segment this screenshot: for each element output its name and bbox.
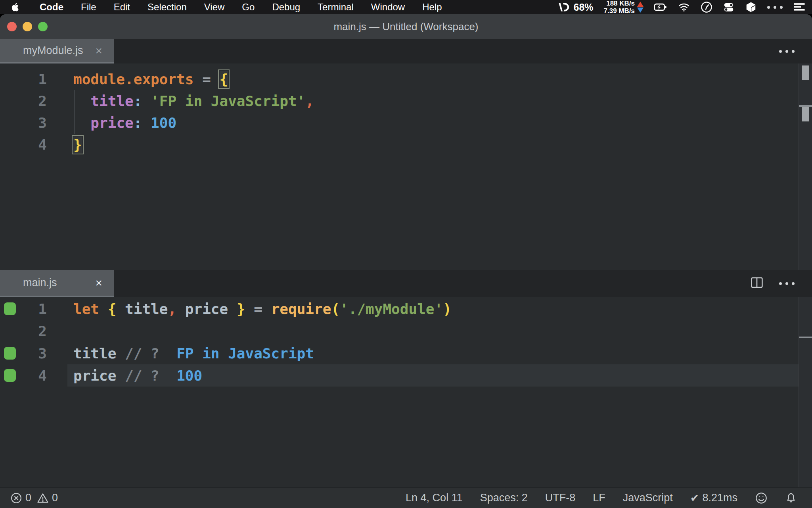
line-number: 1 [0,298,47,320]
clock-icon[interactable] [701,1,712,13]
code-token: // ? [125,345,159,362]
menu-item-code[interactable]: Code [31,2,72,13]
code-token: title [73,345,116,362]
editor-actions-more-icon[interactable] [779,282,795,285]
net-upload-label: 188 KB/s [604,0,635,7]
code-token: 'FP in JavaScript' [151,93,305,109]
smiley-icon [755,492,768,504]
net-arrows-icon [637,2,643,13]
scrollbar-bottom[interactable] [799,297,812,487]
code-token: price [90,115,133,131]
battery-charging-icon[interactable] [654,2,667,13]
code-token: let [73,301,99,317]
code-token: title [125,301,168,317]
line-number: 1 [0,68,47,90]
code-token [116,301,125,317]
menu-item-debug[interactable]: Debug [263,2,309,13]
status-bar: 0 0 Ln 4, Col 11 Spaces: 2 UTF-8 LF Java… [0,487,812,508]
encoding[interactable]: UTF-8 [545,492,576,504]
code-token: } [73,137,82,153]
eol-sequence[interactable]: LF [593,492,605,504]
menu-bar-tray: 68% 188 KB/s 7.39 MB/s [558,0,812,15]
net-download-label: 7.39 MB/s [604,7,635,15]
tab-bar-bottom: main.js × [0,270,812,297]
cube-icon[interactable] [745,1,757,13]
tab-close-icon[interactable]: × [95,277,102,289]
code-token [159,368,176,384]
split-editor-icon[interactable] [751,277,763,290]
tab-main-js[interactable]: main.js × [0,270,114,297]
code-token: , [305,93,314,109]
tab-bar-top: myModule.js × [0,39,812,64]
problems-indicator[interactable]: 0 0 [10,492,58,504]
editor-actions-more-icon[interactable] [779,50,795,53]
error-icon [10,492,22,504]
code-line: 2 title: 'FP in JavaScript', [0,90,812,112]
more-menu-icon[interactable] [767,6,783,9]
indentation[interactable]: Spaces: 2 [480,492,528,504]
apple-icon[interactable] [10,2,21,12]
code-token [176,301,185,317]
code-line: 3title // ? FP in JavaScript [0,342,812,364]
code-token [142,115,151,131]
macos-menu-bar: Code File Edit Selection View Go Debug T… [0,0,812,14]
window-title-bar[interactable]: main.js — Untitled (Workspace) [0,14,812,39]
code-token [142,93,151,109]
code-text: module.exports = { [73,68,228,90]
scrollbar-decoration[interactable] [802,107,809,121]
code-token: } [237,301,245,317]
scrollbar-decoration[interactable] [802,65,809,80]
feedback-smiley[interactable] [755,492,768,504]
code-token: price [185,301,228,317]
line-number: 2 [0,320,47,342]
scrollbar-cursor-mark [799,337,812,338]
quokka-perf[interactable]: 8.21ms [690,492,737,504]
editor-mymodule-js[interactable]: 1module.exports = {2 title: 'FP in JavaS… [0,64,812,270]
code-text: } [73,134,82,156]
notifications-bell[interactable] [785,492,797,504]
code-line: 1let { title, price } = require('./myMod… [0,298,812,320]
menu-item-file[interactable]: File [72,2,105,13]
menu-item-selection[interactable]: Selection [139,2,195,13]
code-token [99,301,108,317]
menu-item-edit[interactable]: Edit [105,2,139,13]
menu-item-help[interactable]: Help [414,2,450,13]
menu-item-go[interactable]: Go [233,2,263,13]
menu-item-terminal[interactable]: Terminal [309,2,362,13]
code-text: let { title, price } = require('./myModu… [73,298,452,320]
tab-close-icon[interactable]: × [95,45,102,57]
tab-mymodule-js[interactable]: myModule.js × [0,39,114,64]
code-token [211,71,220,87]
cursor-position[interactable]: Ln 4, Col 11 [406,492,463,504]
line-number: 2 [0,90,47,112]
wifi-icon[interactable] [678,2,690,13]
code-token: = [254,301,262,317]
editor-main-js[interactable]: 1let { title, price } = require('./myMod… [0,297,812,487]
control-center-icon[interactable] [723,1,735,13]
check-icon [690,492,699,504]
list-menu-icon[interactable] [793,1,806,13]
vscode-window: main.js — Untitled (Workspace) myModule.… [0,14,812,508]
code-line: 4} [0,134,812,156]
code-token: , [168,301,176,317]
scrollbar-top[interactable] [799,64,812,270]
network-speed-widget[interactable]: 188 KB/s 7.39 MB/s [604,0,643,15]
code-token: './myModule' [340,301,443,317]
language-mode[interactable]: JavaScript [623,492,673,504]
code-text: title // ? FP in JavaScript [73,342,314,364]
code-text: title: 'FP in JavaScript', [73,90,314,112]
code-line: 4price // ? 100 [0,364,812,387]
code-token [73,115,90,131]
vd-app-status[interactable]: 68% [558,2,594,13]
error-count: 0 [25,492,31,504]
code-token [116,368,125,384]
bell-icon [785,492,797,504]
code-line: 3 price: 100 [0,112,812,134]
code-token [73,93,90,109]
code-token: price [73,368,116,384]
menu-item-view[interactable]: View [195,2,234,13]
code-token: require [271,301,331,317]
menu-item-window[interactable]: Window [362,2,414,13]
line-number: 3 [0,112,47,134]
line-number: 4 [0,364,47,387]
